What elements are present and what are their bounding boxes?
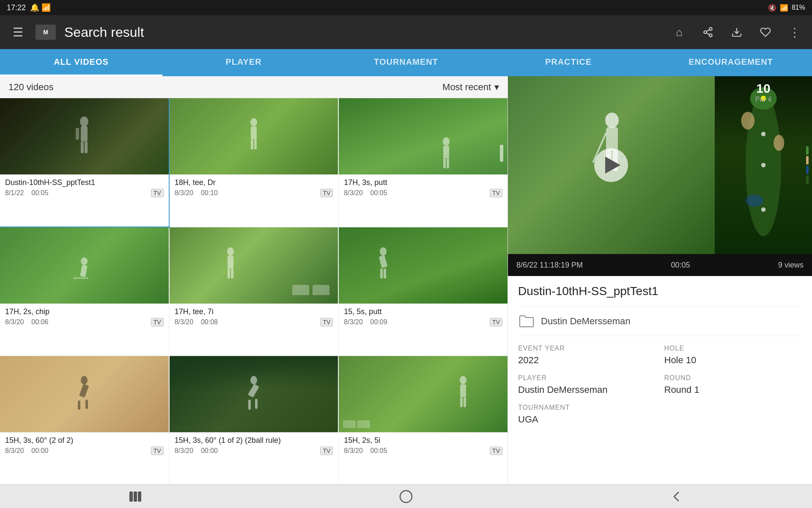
share-button[interactable] (699, 23, 717, 41)
svg-rect-57 (134, 491, 137, 502)
status-bar: 17:22 🔔 📶 🔇 📶 81% (0, 0, 812, 15)
video-badge-9: TV (490, 447, 502, 455)
download-button[interactable] (727, 23, 746, 41)
svg-point-2 (709, 34, 712, 37)
home-icon: ⌂ (676, 26, 683, 39)
video-info-5: 17H, tee, 7i 8/3/20 00:08 TV (170, 304, 338, 330)
video-meta-4: 8/3/20 00:06 TV (5, 318, 164, 326)
sort-button[interactable]: Most recent ▾ (442, 82, 499, 93)
video-card-4[interactable]: 17H, 2s, chip 8/3/20 00:06 TV (0, 227, 169, 356)
recents-icon (128, 489, 143, 504)
video-card-1[interactable]: Dustin-10thH-SS_pptTest1 8/1/22 00:05 TV (0, 98, 169, 226)
wifi-icon: 📶 (780, 4, 788, 12)
svg-point-6 (80, 116, 88, 127)
app-bar-actions: ⌂ ⋮ (670, 23, 804, 41)
svg-rect-13 (251, 139, 253, 149)
tab-encouragement[interactable]: ENCOURAGEMENT (650, 49, 812, 76)
video-detail: Dustin-10thH-SS_pptTest1 Dustin DeMersse… (508, 276, 812, 484)
svg-rect-18 (447, 158, 449, 168)
menu-button[interactable]: ☰ (8, 23, 27, 41)
page-title: Search result (64, 25, 661, 40)
svg-rect-27 (379, 255, 388, 268)
video-date-dur-2: 8/3/20 00:10 (175, 189, 218, 197)
video-card-5[interactable]: 17H, tee, 7i 8/3/20 00:08 TV (170, 227, 338, 356)
svg-point-49 (741, 112, 754, 130)
event-year-label: EVENT YEAR (518, 345, 656, 352)
svg-rect-32 (78, 400, 80, 410)
nav-recents-button[interactable] (123, 487, 148, 506)
hole-value: Hole 10 (664, 355, 802, 366)
svg-rect-40 (460, 397, 463, 407)
svg-point-11 (250, 118, 257, 127)
video-title-5: 17H, tee, 7i (175, 307, 333, 316)
more-button[interactable]: ⋮ (785, 23, 804, 41)
svg-line-4 (706, 30, 709, 31)
thumb-golfer-tee-icon (220, 246, 241, 284)
video-info-3: 17H, 3s, putt 8/3/20 00:05 TV (339, 174, 508, 201)
status-bar-left: 17:22 🔔 📶 (7, 3, 51, 12)
svg-rect-36 (248, 400, 251, 410)
video-thumb-9 (339, 356, 508, 432)
svg-rect-23 (228, 256, 233, 268)
video-card-7[interactable]: 15H, 3s, 60° (2 of 2) 8/3/20 00:00 TV (0, 356, 169, 484)
nav-back-button[interactable] (664, 487, 689, 506)
svg-rect-17 (443, 158, 446, 168)
video-meta-1: 8/1/22 00:05 TV (5, 189, 164, 197)
video-meta-3: 8/3/20 00:05 TV (344, 189, 502, 197)
svg-rect-29 (384, 268, 386, 279)
player-name-row: Dustin DeMersseman (518, 306, 802, 336)
round-value: Round 1 (664, 384, 802, 395)
home-button[interactable]: ⌂ (670, 23, 689, 41)
nav-home-button[interactable] (393, 487, 419, 506)
video-date-dur-5: 8/3/20 00:08 (175, 318, 218, 326)
tab-practice[interactable]: PRACTICE (487, 49, 650, 76)
player-name: Dustin DeMersseman (541, 316, 631, 327)
tab-tournament[interactable]: TOURNAMENT (325, 49, 487, 76)
svg-point-59 (400, 491, 412, 502)
svg-point-51 (746, 194, 763, 207)
back-icon (669, 489, 684, 504)
video-info-7: 15H, 3s, 60° (2 of 2) 8/3/20 00:00 TV (0, 432, 169, 458)
event-year-value: 2022 (518, 355, 656, 366)
play-button[interactable] (594, 148, 628, 182)
tournament-value: UGA (518, 414, 656, 425)
video-date-dur-1: 8/1/22 00:05 (5, 189, 48, 197)
more-icon: ⋮ (789, 25, 800, 39)
video-list-header: 120 videos Most recent ▾ (0, 76, 508, 98)
video-thumb-5 (170, 227, 338, 304)
favorite-button[interactable] (756, 23, 775, 41)
detail-hole: HOLE Hole 10 (664, 345, 802, 366)
svg-rect-14 (254, 139, 257, 149)
detail-player: PLAYER Dustin DeMersseman (518, 374, 656, 395)
video-info-8: 15H, 3s, 60° (1 of 2) (2ball rule) 8/3/2… (170, 432, 338, 458)
svg-rect-31 (79, 384, 89, 398)
svg-rect-16 (443, 146, 449, 158)
hole-label: HOLE (664, 345, 802, 352)
svg-point-50 (774, 135, 784, 151)
video-date-dur-9: 8/3/20 00:05 (344, 447, 387, 455)
tab-all-videos[interactable]: ALL VIDEOS (0, 49, 162, 76)
svg-rect-28 (380, 268, 383, 279)
video-meta-5: 8/3/20 00:08 TV (175, 318, 333, 326)
video-card-3[interactable]: 17H, 3s, putt 8/3/20 00:05 TV (339, 98, 508, 226)
svg-rect-35 (248, 384, 259, 398)
app-bar: ☰ M Search result ⌂ ⋮ (0, 15, 812, 49)
video-card-6[interactable]: 15, 5s, putt 8/3/20 00:09 TV (339, 227, 508, 356)
video-info-6: 15, 5s, putt 8/3/20 00:09 TV (339, 304, 508, 330)
video-badge-6: TV (490, 318, 502, 326)
video-player[interactable]: 10 Par 4 (508, 76, 812, 254)
tab-player[interactable]: PLAYER (162, 49, 325, 76)
video-card-9[interactable]: 15H, 2s, 5i 8/3/20 00:05 TV (339, 356, 508, 484)
app-logo: M (36, 25, 56, 40)
svg-point-22 (227, 247, 234, 256)
video-thumb-6 (339, 227, 508, 304)
video-count: 120 videos (8, 82, 53, 93)
video-title-9: 15H, 2s, 5i (344, 436, 502, 445)
video-title-1: Dustin-10thH-SS_pptTest1 (5, 178, 164, 187)
video-card-8[interactable]: 15H, 3s, 60° (1 of 2) (2ball rule) 8/3/2… (170, 356, 338, 484)
video-thumb-3 (339, 98, 508, 174)
svg-point-1 (704, 31, 707, 34)
svg-point-53 (761, 132, 766, 136)
video-card-2[interactable]: 18H, tee, Dr 8/3/20 00:10 TV (170, 98, 338, 226)
video-info-2: 18H, tee, Dr 8/3/20 00:10 TV (170, 174, 338, 201)
